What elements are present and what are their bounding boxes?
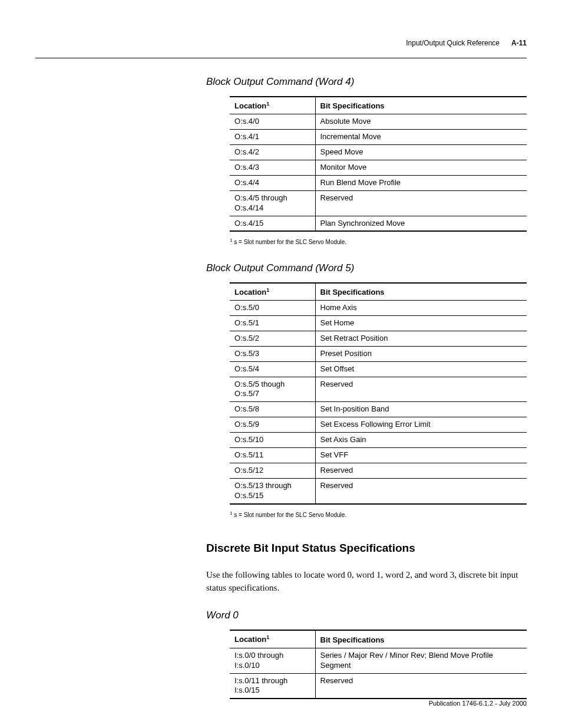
header-rule xyxy=(35,58,527,58)
col-header-location-text: Location xyxy=(234,288,266,297)
cell-location: O:s.5/9 xyxy=(230,417,315,433)
cell-bit: Reserved xyxy=(315,673,527,699)
cell-bit: Reserved xyxy=(315,463,527,478)
col-header-location-text: Location xyxy=(234,635,266,644)
cell-bit: Reserved xyxy=(315,478,527,503)
table-row: I:s.0/11 through I:s.0/15Reserved xyxy=(230,673,527,699)
header-page-number: A-11 xyxy=(511,39,527,47)
table-body-word4: O:s.4/0Absolute MoveO:s.4/1Incremental M… xyxy=(230,114,527,232)
col-header-bit: Bit Specifications xyxy=(315,97,527,114)
cell-location: O:s.5/11 xyxy=(230,448,315,463)
cell-bit: Plan Synchronized Move xyxy=(315,216,527,231)
cell-location: O:s.5/4 xyxy=(230,361,315,377)
table-row: O:s.5/13 through O:s.5/15Reserved xyxy=(230,478,527,503)
cell-location: O:s.5/10 xyxy=(230,433,315,448)
section-title-word0: Word 0 xyxy=(206,610,527,621)
cell-bit: Series / Major Rev / Minor Rev; Blend Mo… xyxy=(315,648,527,673)
table-row: O:s.4/0Absolute Move xyxy=(230,114,527,130)
table-row: O:s.5/12Reserved xyxy=(230,463,527,478)
table-row: O:s.4/5 through O:s.4/14Reserved xyxy=(230,190,527,216)
table-row: O:s.4/15Plan Synchronized Move xyxy=(230,216,527,231)
cell-bit: Absolute Move xyxy=(315,114,527,130)
cell-bit: Set Excess Following Error Limit xyxy=(315,417,527,433)
col-header-location-text: Location xyxy=(234,101,266,110)
table-row: O:s.4/1Incremental Move xyxy=(230,130,527,145)
cell-bit: Speed Move xyxy=(315,145,527,160)
publication-footer: Publication 1746-6.1.2 - July 2000 xyxy=(429,700,527,707)
table-row: O:s.5/8Set In-position Band xyxy=(230,402,527,417)
cell-location: O:s.4/1 xyxy=(230,130,315,145)
cell-bit: Reserved xyxy=(315,377,527,402)
col-header-location-sup: 1 xyxy=(266,101,269,107)
footnote-text: s = Slot number for the SLC Servo Module… xyxy=(232,512,346,518)
body-paragraph: Use the following tables to locate word … xyxy=(206,569,527,595)
footnote-text: s = Slot number for the SLC Servo Module… xyxy=(232,239,346,246)
cell-location: O:s.4/0 xyxy=(230,114,315,130)
cell-bit: Monitor Move xyxy=(315,160,527,176)
table-word0: Location1 Bit Specifications I:s.0/0 thr… xyxy=(230,630,527,699)
table-row: O:s.4/3Monitor Move xyxy=(230,160,527,176)
table-row: O:s.5/11Set VFF xyxy=(230,448,527,463)
table-row: O:s.4/2Speed Move xyxy=(230,145,527,160)
table-row: O:s.5/5 though O:s.5/7Reserved xyxy=(230,377,527,402)
section-title-word5: Block Output Command (Word 5) xyxy=(206,262,527,274)
col-header-location-sup: 1 xyxy=(266,634,269,640)
cell-bit: Set Home xyxy=(315,316,527,331)
cell-bit: Set Axis Gain xyxy=(315,433,527,448)
col-header-bit: Bit Specifications xyxy=(315,630,527,648)
table-row: O:s.5/3Preset Position xyxy=(230,346,527,361)
table-row: O:s.5/4Set Offset xyxy=(230,361,527,377)
table-body-word5: O:s.5/0Home AxisO:s.5/1Set HomeO:s.5/2Se… xyxy=(230,301,527,504)
table-row: O:s.5/10Set Axis Gain xyxy=(230,433,527,448)
cell-bit: Set VFF xyxy=(315,448,527,463)
cell-location: O:s.5/2 xyxy=(230,331,315,346)
section-title-word4: Block Output Command (Word 4) xyxy=(206,76,527,88)
cell-bit: Set Offset xyxy=(315,361,527,377)
table-row: O:s.5/0Home Axis xyxy=(230,301,527,316)
cell-location: I:s.0/0 through I:s.0/10 xyxy=(230,648,315,673)
table-row: O:s.5/2Set Retract Position xyxy=(230,331,527,346)
cell-location: O:s.4/3 xyxy=(230,160,315,176)
table-body-word0: I:s.0/0 through I:s.0/10Series / Major R… xyxy=(230,648,527,699)
cell-bit: Home Axis xyxy=(315,301,527,316)
cell-location: O:s.4/5 through O:s.4/14 xyxy=(230,190,315,216)
cell-location: O:s.5/8 xyxy=(230,402,315,417)
cell-bit: Set Retract Position xyxy=(315,331,527,346)
cell-location: O:s.5/13 through O:s.5/15 xyxy=(230,478,315,503)
cell-location: O:s.5/1 xyxy=(230,316,315,331)
cell-bit: Reserved xyxy=(315,190,527,216)
cell-location: O:s.5/3 xyxy=(230,346,315,361)
header-breadcrumb: Input/Output Quick Reference xyxy=(406,39,500,47)
col-header-location: Location1 xyxy=(230,283,315,301)
col-header-location-sup: 1 xyxy=(266,287,269,293)
cell-location: O:s.5/12 xyxy=(230,463,315,478)
col-header-location: Location1 xyxy=(230,97,315,114)
cell-location: O:s.5/5 though O:s.5/7 xyxy=(230,377,315,402)
cell-bit: Preset Position xyxy=(315,346,527,361)
table-row: O:s.4/4Run Blend Move Profile xyxy=(230,175,527,190)
table-row: O:s.5/9Set Excess Following Error Limit xyxy=(230,417,527,433)
table-word5: Location1 Bit Specifications O:s.5/0Home… xyxy=(230,282,527,505)
cell-location: O:s.4/4 xyxy=(230,175,315,190)
cell-location: O:s.5/0 xyxy=(230,301,315,316)
cell-location: O:s.4/2 xyxy=(230,145,315,160)
footnote-word5: 1 s = Slot number for the SLC Servo Modu… xyxy=(230,510,527,518)
table-row: I:s.0/0 through I:s.0/10Series / Major R… xyxy=(230,648,527,673)
cell-location: O:s.4/15 xyxy=(230,216,315,231)
table-row: O:s.5/1Set Home xyxy=(230,316,527,331)
footnote-word4: 1 s = Slot number for the SLC Servo Modu… xyxy=(230,238,527,245)
cell-location: I:s.0/11 through I:s.0/15 xyxy=(230,673,315,699)
cell-bit: Set In-position Band xyxy=(315,402,527,417)
page-header: Input/Output Quick Reference A-11 xyxy=(35,35,527,47)
col-header-bit: Bit Specifications xyxy=(315,283,527,301)
col-header-location: Location1 xyxy=(230,630,315,648)
table-word4: Location1 Bit Specifications O:s.4/0Abso… xyxy=(230,96,527,232)
cell-bit: Run Blend Move Profile xyxy=(315,175,527,190)
heading-discrete-bit: Discrete Bit Input Status Specifications xyxy=(206,542,527,555)
cell-bit: Incremental Move xyxy=(315,130,527,145)
